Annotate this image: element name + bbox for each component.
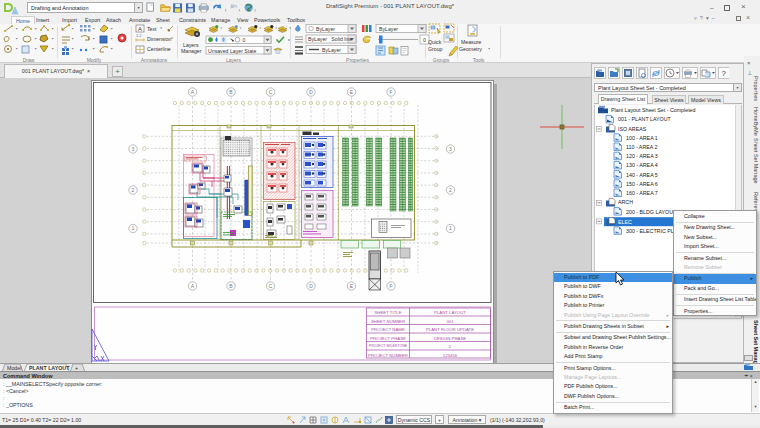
svg-text:0: 0 (243, 37, 246, 43)
svg-text:Text: Text (147, 26, 157, 32)
svg-text:?: ? (722, 69, 727, 78)
svg-text:PLANT FLOOR UPDATE: PLANT FLOOR UPDATE (426, 327, 474, 332)
svg-text:001 - PLANT LAYOUT: 001 - PLANT LAYOUT (618, 116, 672, 122)
svg-text:150 - AREA 6: 150 - AREA 6 (626, 181, 658, 187)
svg-text:2: 2 (132, 187, 135, 193)
svg-text:SHEET NUMBER: SHEET NUMBER (371, 319, 405, 324)
svg-text:140 - AREA 5: 140 - AREA 5 (626, 172, 658, 178)
svg-text:Manager: Manager (181, 48, 202, 54)
svg-text:130 - AREA 4: 130 - AREA 4 (626, 162, 658, 168)
svg-text:110 - AREA 2: 110 - AREA 2 (626, 144, 657, 150)
svg-text:1.2: 1.2 (136, 33, 142, 38)
svg-text:A: A (191, 283, 195, 289)
svg-text:2: 2 (449, 344, 452, 349)
svg-text:Geometry: Geometry (459, 46, 482, 52)
svg-text:Quick: Quick (428, 39, 442, 45)
svg-text:3: 3 (449, 146, 452, 152)
svg-text:F: F (389, 283, 392, 289)
svg-text:DESIGN PHASE: DESIGN PHASE (434, 336, 466, 341)
svg-text:PROJECT NUMBER: PROJECT NUMBER (368, 353, 408, 358)
svg-text:0: 0 (423, 37, 426, 43)
svg-text:F: F (389, 89, 392, 95)
svg-text:SHEET TITLE: SHEET TITLE (374, 310, 401, 315)
svg-text:E: E (350, 283, 354, 289)
svg-text:1: 1 (132, 225, 135, 231)
svg-text:1: 1 (449, 225, 452, 231)
svg-text:B: B (229, 283, 233, 289)
svg-text:Dimension: Dimension (147, 36, 172, 42)
svg-text:A: A (138, 26, 142, 32)
svg-text:ISO AREAS: ISO AREAS (618, 126, 647, 132)
svg-text:ARCH: ARCH (618, 199, 633, 205)
svg-text:ByLayer: ByLayer (322, 47, 341, 53)
svg-text:PROJECT NAME: PROJECT NAME (371, 327, 405, 332)
svg-text:Unsaved Layer State: Unsaved Layer State (208, 48, 257, 54)
svg-text:Centerline: Centerline (147, 46, 171, 52)
svg-text:ByLayer: ByLayer (316, 26, 335, 32)
svg-text:PROJECT MILESTONE: PROJECT MILESTONE (369, 344, 408, 348)
svg-text:C: C (269, 283, 273, 289)
svg-text:PLANT LAYOUT: PLANT LAYOUT (434, 310, 466, 315)
svg-text:PROJECT PHASE: PROJECT PHASE (370, 336, 406, 341)
svg-text:3: 3 (132, 146, 135, 152)
svg-text:D: D (309, 283, 313, 289)
svg-text:123456: 123456 (443, 353, 458, 358)
svg-text:Plant Layout Sheet Set - Compl: Plant Layout Sheet Set - Completed (611, 107, 696, 113)
svg-text:E: E (350, 89, 354, 95)
svg-text:120 - AREA 3: 120 - AREA 3 (626, 153, 658, 159)
svg-text:ByLayer: ByLayer (379, 26, 398, 32)
svg-text:B: B (229, 89, 233, 95)
svg-text:2: 2 (449, 187, 452, 193)
svg-text:Measure: Measure (461, 39, 481, 45)
svg-text:160 - AREA 7: 160 - AREA 7 (626, 190, 658, 196)
svg-text:001: 001 (446, 319, 454, 324)
svg-text:ByLayer Solid line: ByLayer Solid line (308, 36, 353, 42)
svg-text:A: A (191, 89, 195, 95)
svg-text:C: C (269, 89, 273, 95)
svg-text:100 - AREA 1: 100 - AREA 1 (626, 135, 658, 141)
svg-text:Group: Group (428, 46, 443, 52)
svg-text:ELEC: ELEC (618, 219, 632, 225)
svg-text:D: D (309, 89, 313, 95)
